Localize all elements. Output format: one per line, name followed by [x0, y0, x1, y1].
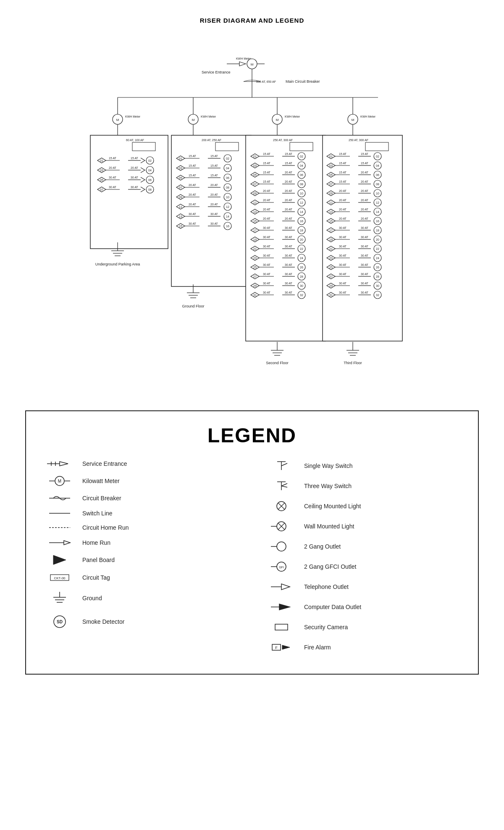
svg-text:11: 11	[179, 205, 182, 208]
svg-text:15 AT: 15 AT	[263, 171, 270, 174]
svg-text:07: 07	[100, 188, 103, 191]
circuit-home-run-icon	[43, 525, 76, 531]
svg-text:M: M	[276, 118, 279, 122]
svg-text:30: 30	[376, 284, 379, 287]
legend-item-fire-alarm: F Fire Alarm	[265, 641, 461, 654]
svg-text:M: M	[251, 63, 254, 66]
svg-text:27: 27	[253, 275, 257, 278]
svg-rect-474	[275, 624, 288, 630]
svg-text:30 AT: 30 AT	[339, 245, 346, 248]
svg-text:10: 10	[226, 196, 229, 199]
svg-text:30 AT: 30 AT	[339, 291, 346, 294]
svg-text:M: M	[116, 118, 119, 122]
svg-text:250 AT, 300 AF: 250 AT, 300 AF	[273, 139, 293, 142]
svg-text:20 AT: 20 AT	[263, 189, 270, 192]
svg-text:23: 23	[253, 257, 257, 260]
svg-text:01: 01	[329, 155, 333, 158]
svg-text:11: 11	[253, 201, 257, 204]
svg-text:29: 29	[253, 284, 257, 287]
svg-text:30 AT: 30 AT	[339, 263, 346, 266]
svg-text:Third Floor: Third Floor	[344, 361, 362, 365]
svg-text:30 AT: 30 AT	[361, 226, 368, 229]
svg-text:30 AT: 30 AT	[285, 226, 292, 229]
ground-icon	[43, 590, 76, 607]
svg-text:32: 32	[300, 294, 303, 297]
svg-text:20: 20	[300, 238, 303, 241]
svg-text:03: 03	[329, 164, 333, 167]
svg-text:15 AT: 15 AT	[339, 180, 346, 183]
svg-text:16: 16	[300, 220, 303, 223]
svg-text:250 AT, 300 AF: 250 AT, 300 AF	[349, 139, 368, 142]
svg-text:11: 11	[329, 201, 333, 204]
svg-text:M: M	[58, 479, 61, 483]
svg-text:Ground Floor: Ground Floor	[182, 304, 204, 308]
svg-text:20: 20	[376, 238, 379, 241]
svg-text:15 AT: 15 AT	[189, 164, 196, 167]
svg-text:20 AT: 20 AT	[263, 217, 270, 220]
svg-text:24: 24	[300, 257, 303, 260]
svg-text:20 AT: 20 AT	[285, 189, 292, 192]
svg-text:20 AT: 20 AT	[361, 208, 368, 211]
svg-text:06: 06	[226, 176, 229, 179]
svg-text:05: 05	[179, 176, 182, 179]
svg-text:30 AT: 30 AT	[285, 282, 292, 285]
svg-text:30 AT: 30 AT	[109, 186, 116, 189]
svg-text:20 AT: 20 AT	[285, 208, 292, 211]
svg-text:13: 13	[329, 210, 333, 213]
svg-text:22: 22	[376, 247, 379, 250]
svg-text:24: 24	[376, 257, 379, 260]
svg-point-465	[277, 542, 286, 551]
svg-text:09: 09	[179, 196, 182, 199]
svg-text:30 AT: 30 AT	[361, 273, 368, 276]
svg-text:05: 05	[253, 173, 257, 176]
legend-item-wall-mounted-light: Wall Mounted Light	[265, 520, 461, 533]
svg-text:21: 21	[329, 247, 333, 250]
three-way-switch-label: Three Way Switch	[304, 483, 352, 489]
svg-text:06: 06	[300, 173, 303, 176]
svg-line-457	[281, 486, 287, 487]
switch-line-label: Switch Line	[82, 510, 113, 517]
svg-text:30 AT: 30 AT	[210, 222, 218, 225]
svg-text:30 AT: 30 AT	[109, 176, 116, 179]
svg-text:30 AT: 30 AT	[361, 236, 368, 239]
svg-text:30 AT: 30 AT	[263, 236, 270, 239]
svg-text:03: 03	[179, 167, 182, 170]
legend-item-security-camera: Security Camera	[265, 621, 461, 633]
svg-text:30 AT: 30 AT	[285, 245, 292, 248]
svg-text:15 AT: 15 AT	[189, 155, 196, 158]
circuit-home-run-label: Circuit Home Run	[82, 524, 129, 531]
svg-text:28: 28	[376, 275, 379, 278]
svg-text:32: 32	[376, 294, 379, 297]
svg-text:KWH Meter: KWH Meter	[285, 115, 300, 118]
svg-text:14: 14	[226, 215, 229, 218]
svg-text:25: 25	[329, 266, 333, 269]
svg-text:30 AT: 30 AT	[285, 291, 292, 294]
svg-text:20 AT: 20 AT	[285, 180, 292, 183]
svg-text:08: 08	[226, 186, 229, 189]
svg-text:30 AT: 30 AT	[189, 213, 196, 215]
svg-line-453	[281, 463, 287, 466]
2-gang-gfci-outlet-label: 2 Gang GFCI Outlet	[304, 563, 357, 570]
legend-item-ceiling-mounted-light: Ceiling Mounted Light	[265, 500, 461, 512]
single-way-switch-label: Single Way Switch	[304, 462, 352, 469]
svg-text:20 AT: 20 AT	[339, 189, 346, 192]
legend-item-smoke-detector: SD Smoke Detector	[43, 614, 239, 629]
svg-text:15 AT: 15 AT	[210, 164, 218, 167]
svg-text:15: 15	[179, 225, 182, 228]
svg-text:30 AT: 30 AT	[339, 273, 346, 276]
svg-text:30 AT: 30 AT	[361, 254, 368, 257]
legend-item-ground: Ground	[43, 590, 239, 607]
svg-marker-477	[282, 645, 290, 649]
2-gang-gfci-outlet-icon: GFI	[265, 560, 298, 573]
svg-text:29: 29	[329, 284, 333, 287]
svg-text:30 AT: 30 AT	[263, 282, 270, 285]
svg-text:13: 13	[253, 210, 257, 213]
svg-text:15 AT: 15 AT	[263, 162, 270, 165]
ceiling-mounted-light-icon	[265, 500, 298, 512]
circuit-breaker-icon	[43, 494, 76, 502]
legend-item-kilowatt-meter: M Kilowatt Meter	[43, 475, 239, 486]
svg-text:12: 12	[226, 205, 229, 208]
svg-text:26: 26	[376, 266, 379, 269]
svg-text:30 AT: 30 AT	[285, 254, 292, 257]
svg-text:01: 01	[253, 155, 257, 158]
